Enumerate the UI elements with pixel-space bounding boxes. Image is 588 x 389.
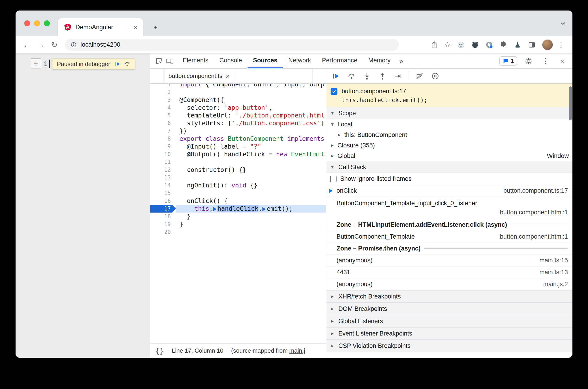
line-number[interactable]: 5 <box>150 112 176 119</box>
tab-split-icon[interactable] <box>528 41 536 49</box>
code-line-15[interactable]: 15 <box>150 189 326 197</box>
devtools-tab-memory[interactable]: Memory <box>363 54 396 68</box>
file-tab[interactable]: button.component.ts × <box>163 68 235 83</box>
resume-icon[interactable] <box>330 71 342 82</box>
line-number[interactable]: 11 <box>150 158 176 166</box>
code-line-13[interactable]: 13 <box>150 174 326 181</box>
sidebar-scrollbar[interactable] <box>569 86 572 120</box>
code-line-17[interactable]: 17 this.handleClick.emit(); <box>150 205 326 213</box>
line-number[interactable]: 3 <box>150 96 176 104</box>
step-into-icon[interactable] <box>361 71 373 82</box>
devtools-close-icon[interactable]: × <box>557 56 568 66</box>
scope-row-closure-355[interactable]: ▸Closure (355) <box>326 140 572 151</box>
callstack-frame[interactable]: onClickbutton.component.ts:17 <box>326 185 572 197</box>
code-line-4[interactable]: 4 selector: 'app-button', <box>150 104 326 112</box>
inline-step-marker-icon[interactable] <box>262 207 266 211</box>
disclosure-down-icon[interactable]: ▾ <box>330 121 335 127</box>
callstack-section-header[interactable]: ▾ Call Stack <box>326 161 572 173</box>
line-number[interactable]: 15 <box>150 189 176 197</box>
pause-exceptions-icon[interactable] <box>429 71 441 82</box>
browser-tab[interactable]: DemoAngular × <box>58 18 143 36</box>
devtools-tab-performance[interactable]: Performance <box>316 54 363 68</box>
disclosure-right-icon[interactable]: ▸ <box>330 142 335 148</box>
file-tab-close-icon[interactable]: × <box>226 72 230 80</box>
code-line-3[interactable]: 3@Component({ <box>150 96 326 104</box>
new-tab-button[interactable]: + <box>150 22 162 33</box>
line-number[interactable]: 20 <box>150 228 176 236</box>
code-line-11[interactable]: 11 <box>150 158 326 166</box>
breakpoint-location[interactable]: button.component.ts:17 <box>342 88 406 95</box>
back-icon[interactable]: ← <box>22 39 33 50</box>
code-line-14[interactable]: 14 ngOnInit(): void {} <box>150 181 326 189</box>
close-window-button[interactable] <box>24 20 30 26</box>
inline-step-marker-icon[interactable] <box>213 207 217 211</box>
callstack-frame[interactable]: ButtonComponent_Templatebutton.component… <box>326 231 572 243</box>
cat-icon[interactable] <box>471 41 479 49</box>
disclosure-right-icon[interactable]: ▸ <box>330 153 335 159</box>
section-xhr-fetch-breakpoints[interactable]: ▸XHR/fetch Breakpoints <box>326 290 572 303</box>
disclosure-right-icon[interactable]: ▸ <box>336 132 342 138</box>
browser-menu-icon[interactable]: ⋮ <box>555 39 566 50</box>
section-global-listeners[interactable]: ▸Global Listeners <box>326 315 572 327</box>
more-tabs-icon[interactable]: » <box>396 57 406 65</box>
scope-row-this-buttoncomponent[interactable]: ▸this: ButtonComponent <box>326 130 572 140</box>
callstack-frame[interactable]: ButtonComponent_Template_input_click_0_l… <box>326 197 572 219</box>
code-line-20[interactable]: 20 <box>150 228 326 236</box>
code-line-8[interactable]: 8export class ButtonComponent implements <box>150 135 326 143</box>
address-bar[interactable]: localhost:4200 <box>65 39 399 51</box>
share-icon[interactable] <box>430 41 438 49</box>
scope-row-global[interactable]: ▸GlobalWindow <box>326 151 572 161</box>
section-event-listener-breakpoints[interactable]: ▸Event Listener Breakpoints <box>326 327 572 340</box>
deactivate-breakpoints-icon[interactable] <box>414 71 426 82</box>
callstack-frame[interactable]: 4431main.ts:13 <box>326 266 572 278</box>
line-number[interactable]: 2 <box>150 88 176 96</box>
inspect-element-icon[interactable] <box>153 56 164 66</box>
ignore-listed-checkbox[interactable] <box>330 176 336 182</box>
line-number[interactable]: 14 <box>150 181 176 189</box>
line-number[interactable]: 10 <box>150 150 176 158</box>
tab-search-chevron-icon[interactable] <box>559 19 567 28</box>
forward-icon[interactable]: → <box>35 39 46 50</box>
line-number[interactable]: 12 <box>150 166 176 174</box>
line-number[interactable]: 9 <box>150 143 176 150</box>
privacy-icon[interactable] <box>485 41 493 49</box>
section-csp-violation-breakpoints[interactable]: ▸CSP Violation Breakpoints <box>326 340 572 352</box>
star-icon[interactable]: ☆ <box>444 41 451 48</box>
code-line-2[interactable]: 2 <box>150 88 326 96</box>
line-number[interactable]: 19 <box>150 220 176 228</box>
avatar[interactable] <box>542 39 553 50</box>
devtools-tab-sources[interactable]: Sources <box>248 54 283 68</box>
settings-gear-icon[interactable] <box>523 56 534 66</box>
code-line-10[interactable]: 10 @Output() handleClick = new EventEmit <box>150 150 326 158</box>
step-icon[interactable] <box>392 71 404 82</box>
line-number[interactable]: 7 <box>150 127 176 135</box>
flask-icon[interactable] <box>514 41 522 49</box>
app-plus-button[interactable]: + <box>31 59 41 69</box>
line-number[interactable]: 4 <box>150 104 176 112</box>
code-line-18[interactable]: 18 } <box>150 213 326 220</box>
console-messages-badge[interactable]: 1 <box>499 56 517 65</box>
devtools-tab-network[interactable]: Network <box>283 54 316 68</box>
code-line-1[interactable]: 1import { Component, OnInit, Input, Outp <box>150 84 326 88</box>
devtools-tab-elements[interactable]: Elements <box>177 54 214 68</box>
sidebar-toggle-icon[interactable] <box>313 68 326 83</box>
code-line-9[interactable]: 9 @Input() label = "?" <box>150 143 326 150</box>
line-number[interactable]: 13 <box>150 174 176 181</box>
scope-row-local[interactable]: ▾Local <box>326 119 572 130</box>
code-line-5[interactable]: 5 templateUrl: './button.component.html <box>150 112 326 119</box>
mask-icon[interactable] <box>457 41 465 49</box>
tab-close-icon[interactable]: × <box>133 24 138 31</box>
minimize-window-button[interactable] <box>34 20 40 26</box>
line-number[interactable]: 17 <box>150 205 176 213</box>
reload-icon[interactable]: ↻ <box>49 39 60 50</box>
resume-icon[interactable] <box>114 61 121 67</box>
callstack-frame[interactable]: (anonymous)main.js:2 <box>326 278 572 290</box>
code-line-19[interactable]: 19} <box>150 220 326 228</box>
line-number[interactable]: 1 <box>150 84 176 88</box>
site-info-icon[interactable] <box>70 42 77 48</box>
line-number[interactable]: 16 <box>150 197 176 205</box>
code-editor[interactable]: 1import { Component, OnInit, Input, Outp… <box>150 84 326 344</box>
line-number[interactable]: 6 <box>150 119 176 127</box>
breakpoint-checkbox[interactable] <box>330 88 337 95</box>
pretty-print-icon[interactable]: {} <box>155 347 164 355</box>
